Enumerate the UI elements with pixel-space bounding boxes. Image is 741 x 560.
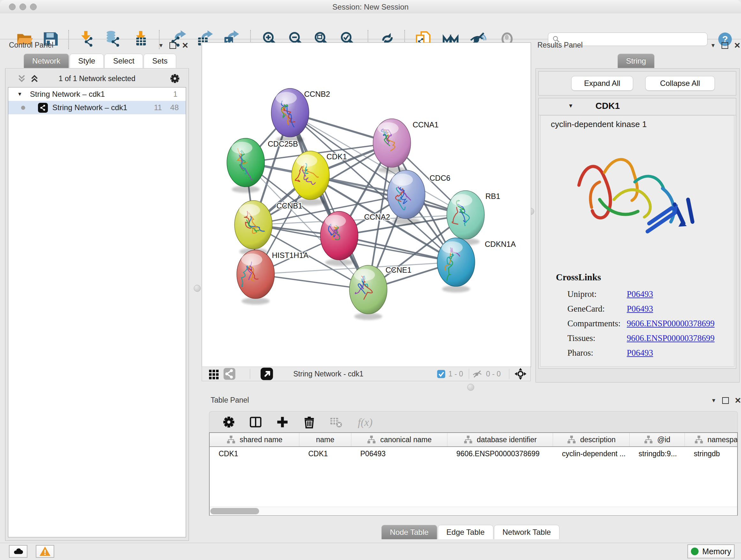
column-header-shared-name[interactable]: shared name: [210, 433, 299, 446]
table-cell[interactable]: stringdb:9...: [630, 449, 685, 458]
memory-status-button[interactable]: Memory: [687, 544, 735, 558]
collection-count: 1: [173, 90, 178, 99]
node-CCNB2[interactable]: [271, 88, 309, 143]
results-panel-menu-icon[interactable]: ▼: [711, 43, 716, 49]
crosslink-link[interactable]: P06493: [627, 289, 653, 299]
collapse-all-button[interactable]: Collapse All: [645, 76, 715, 91]
results-panel-close-icon[interactable]: ✕: [734, 43, 741, 48]
table-cell[interactable]: stringdb: [685, 449, 738, 458]
crosslink-link[interactable]: P06493: [627, 348, 653, 358]
table-horizontal-scrollbar[interactable]: [210, 507, 737, 515]
tab-string[interactable]: String: [617, 54, 655, 68]
node-label-HIST1H1A: HIST1H1A: [272, 251, 309, 260]
table-options-gear-button[interactable]: [222, 415, 235, 429]
results-panel-body: Expand All Collapse All ▼ CDK1 cyclin-de…: [536, 68, 740, 382]
create-column-button[interactable]: [276, 415, 289, 429]
network-options-gear-icon[interactable]: [170, 73, 180, 85]
fit-selected-crosshair-icon[interactable]: [514, 367, 527, 381]
show-columns-button[interactable]: [249, 415, 262, 429]
warning-icon: [39, 545, 51, 557]
tab-edge-table[interactable]: Edge Table: [438, 525, 493, 539]
node-CCNE1[interactable]: [349, 265, 387, 320]
table-cell[interactable]: CDK1: [210, 449, 299, 458]
tab-node-table[interactable]: Node Table: [381, 525, 437, 539]
current-network-dot-icon: [21, 106, 25, 110]
node-CDC25B[interactable]: [227, 138, 265, 193]
crosslink-label: GeneCard:: [567, 304, 627, 314]
table-panel-menu-icon[interactable]: ▼: [711, 397, 717, 404]
node-CDKN1A[interactable]: [437, 238, 475, 293]
control-panel-float-icon[interactable]: [170, 42, 176, 49]
node-CCNB1[interactable]: [234, 200, 272, 255]
node-HIST1H1A[interactable]: [237, 250, 274, 305]
scrollbar-thumb[interactable]: [210, 508, 259, 514]
node-label-CDK1: CDK1: [327, 152, 347, 161]
selected-checkbox-icon[interactable]: [437, 367, 446, 381]
crosslink-row: Compartments: 9606.ENSP00000378699: [567, 316, 727, 331]
column-label: namespace: [708, 435, 738, 444]
table-cell[interactable]: CDK1: [299, 449, 351, 458]
column-header-namespace[interactable]: namespace: [685, 433, 738, 446]
column-header-database-identifier[interactable]: database identifier: [448, 433, 553, 446]
node-label-CDKN1A: CDKN1A: [485, 240, 516, 248]
crosslink-label: Pharos:: [567, 348, 627, 358]
tab-style[interactable]: Style: [70, 54, 104, 68]
table-cell[interactable]: P06493: [351, 449, 448, 458]
crosslink-link[interactable]: P06493: [627, 304, 653, 314]
table-panel: Table Panel ▼ ✕ f(x) shared namename can…: [200, 393, 741, 543]
crosslink-row: GeneCard: P06493: [567, 301, 727, 316]
function-builder-button[interactable]: f(x): [356, 415, 379, 429]
table-header-row: shared namename canonical name database …: [210, 433, 737, 447]
left-splitter-handle[interactable]: [194, 285, 201, 292]
table-panel-close-icon[interactable]: ✕: [735, 398, 741, 403]
hidden-eye-slash-icon[interactable]: [472, 367, 482, 381]
crosslink-link[interactable]: 9606.ENSP00000378699: [627, 319, 715, 328]
node-label-CCNB1: CCNB1: [276, 201, 302, 210]
entry-collapse-icon[interactable]: ▼: [568, 103, 574, 109]
results-panel-float-icon[interactable]: [722, 42, 728, 49]
crosslinks-heading: CrossLinks: [556, 272, 601, 283]
column-header-name[interactable]: name: [299, 433, 351, 446]
collection-expander-icon[interactable]: ▼: [17, 91, 22, 97]
tab-network-table[interactable]: Network Table: [494, 525, 560, 539]
control-panel-tabs: NetworkStyleSelectSets: [23, 54, 177, 68]
control-panel-menu-icon[interactable]: ▼: [158, 43, 164, 49]
horizontal-splitter-handle[interactable]: [467, 384, 474, 391]
column-header-@id[interactable]: @id: [630, 433, 685, 446]
detach-view-icon[interactable]: [260, 367, 273, 381]
column-header-canonical-name[interactable]: canonical name: [351, 433, 448, 446]
column-label: name: [316, 435, 334, 444]
column-label: database identifier: [477, 435, 537, 444]
crosslink-link[interactable]: 9606.ENSP00000378699: [627, 333, 715, 343]
control-panel-close-icon[interactable]: ✕: [182, 43, 189, 48]
column-header-description[interactable]: description: [553, 433, 630, 446]
table-tabs: Node TableEdge TableNetwork Table: [200, 525, 741, 539]
expand-all-button[interactable]: Expand All: [571, 76, 633, 91]
network-row-selected[interactable]: String Network – cdk1 11 48: [8, 101, 186, 114]
crosslinks-list: Uniprot: P06493GeneCard: P06493Compartme…: [567, 287, 727, 360]
results-actions-box: Expand All Collapse All: [538, 71, 736, 96]
network-overview-icon[interactable]: [223, 367, 236, 381]
cloud-status-button[interactable]: [9, 545, 27, 558]
crosslink-row: Pharos: P06493: [567, 346, 727, 360]
tab-network[interactable]: Network: [23, 54, 69, 68]
memory-indicator-icon: [691, 548, 698, 555]
network-view-canvas[interactable]: CCNB2CCNA1CDC25BCDK1CDC6RB1CCNB1CCNA2CDK…: [202, 43, 531, 367]
table-cell[interactable]: cyclin-dependent ...: [553, 449, 630, 458]
tab-sets[interactable]: Sets: [144, 54, 176, 68]
branch-icon: [463, 435, 473, 444]
delete-table-button[interactable]: [329, 415, 343, 429]
node-RB1[interactable]: [447, 191, 484, 245]
entry-header[interactable]: ▼ CDK1: [539, 98, 736, 115]
warnings-button[interactable]: [36, 545, 54, 558]
table-cell[interactable]: 9606.ENSP00000378699: [448, 449, 553, 458]
crosslink-label: Compartments:: [567, 319, 627, 328]
table-panel-float-icon[interactable]: [722, 397, 729, 404]
main-toolbar: ?: [0, 13, 741, 39]
delete-column-button[interactable]: [302, 415, 316, 429]
tab-select[interactable]: Select: [105, 54, 143, 68]
grid-view-icon[interactable]: [208, 367, 219, 381]
network-collection-row[interactable]: ▼ String Network – cdk1 1: [8, 87, 186, 101]
network-node-count: 11: [154, 103, 162, 112]
branch-icon: [226, 435, 236, 444]
